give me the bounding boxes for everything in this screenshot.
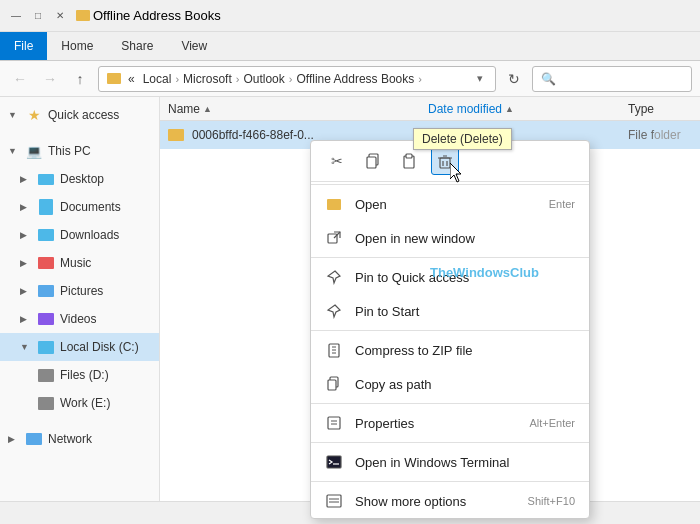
ctx-divider-2 (311, 257, 589, 258)
svg-rect-9 (328, 234, 337, 243)
tab-share[interactable]: Share (107, 32, 167, 60)
sidebar-item-desktop[interactable]: ▶ Desktop (0, 165, 159, 193)
expand-icon: ▶ (20, 230, 32, 240)
ctx-divider-4 (311, 403, 589, 404)
ctx-divider-5 (311, 442, 589, 443)
sidebar-item-music[interactable]: ▶ Music (0, 249, 159, 277)
pictures-icon (38, 283, 54, 299)
title-folder-icon (76, 10, 90, 21)
title-bar-title: Offline Address Books (93, 8, 221, 23)
terminal-icon (325, 453, 343, 471)
expand-icon: ▶ (20, 258, 32, 268)
ctx-copy-path-label: Copy as path (355, 377, 575, 392)
ctx-more-options-label: Show more options (355, 494, 516, 509)
title-bar-close-icon: ✕ (52, 8, 68, 24)
network-icon (26, 431, 42, 447)
open-icon (325, 195, 343, 213)
sidebar-item-videos[interactable]: ▶ Videos (0, 305, 159, 333)
ctx-item-open[interactable]: Open Enter (311, 187, 589, 221)
sidebar-item-pictures[interactable]: ▶ Pictures (0, 277, 159, 305)
ribbon-tabs: File Home Share View (0, 32, 700, 60)
path-dropdown[interactable]: ▾ (473, 72, 487, 85)
search-box[interactable]: 🔍 (532, 66, 692, 92)
network-label: Network (48, 432, 92, 446)
watermark: TheWindowsClub (430, 265, 539, 280)
ctx-open-new-window-label: Open in new window (355, 231, 575, 246)
col-name[interactable]: Name ▲ (168, 102, 428, 116)
sidebar-item-this-pc[interactable]: ▼ 💻 This PC (0, 137, 159, 165)
desktop-icon (38, 171, 54, 187)
pin-start-icon (325, 302, 343, 320)
this-pc-label: This PC (48, 144, 91, 158)
path-folder-icon (107, 73, 121, 84)
expand-icon: ▼ (8, 146, 20, 156)
pictures-label: Pictures (60, 284, 103, 298)
address-bar: ← → ↑ « Local › Microsoft › Outlook › Of… (0, 61, 700, 97)
ctx-open-label: Open (355, 197, 537, 212)
address-path[interactable]: « Local › Microsoft › Outlook › Offline … (98, 66, 496, 92)
col-date-modified[interactable]: Date modified ▲ (428, 102, 628, 116)
ctx-cut-button[interactable]: ✂ (323, 147, 351, 175)
expand-icon: ▶ (20, 202, 32, 212)
expand-icon: ▶ (20, 314, 32, 324)
ctx-delete-button[interactable] (431, 147, 459, 175)
ctx-item-pin-start[interactable]: Pin to Start (311, 294, 589, 328)
quick-access-label: Quick access (48, 108, 119, 122)
svg-rect-3 (406, 154, 412, 158)
sidebar-item-quick-access[interactable]: ▼ ★ Quick access (0, 101, 159, 129)
ctx-pin-start-label: Pin to Start (355, 304, 575, 319)
expand-icon: ▼ (20, 342, 32, 352)
sidebar: ▼ ★ Quick access ▼ 💻 This PC ▶ Desktop ▶… (0, 97, 160, 501)
work-e-label: Work (E:) (60, 396, 110, 410)
quick-access-section: ▼ ★ Quick access (0, 97, 159, 133)
ctx-copy-button[interactable] (359, 147, 387, 175)
tab-home[interactable]: Home (47, 32, 107, 60)
back-button[interactable]: ← (8, 67, 32, 91)
ctx-divider-6 (311, 481, 589, 482)
ctx-paste-button[interactable] (395, 147, 423, 175)
svg-rect-1 (367, 157, 376, 168)
ribbon: File Home Share View (0, 32, 700, 61)
sidebar-item-downloads[interactable]: ▶ Downloads (0, 221, 159, 249)
ctx-properties-shortcut: Alt+Enter (529, 417, 575, 429)
svg-rect-22 (327, 495, 341, 507)
this-pc-icon: 💻 (26, 143, 42, 159)
files-d-icon (38, 367, 54, 383)
path-segment-microsoft: Microsoft (183, 72, 232, 86)
up-button[interactable]: ↑ (68, 67, 92, 91)
ctx-divider-1 (311, 184, 589, 185)
path-segment-local: Local (143, 72, 172, 86)
col-type[interactable]: Type (628, 102, 692, 116)
ctx-terminal-label: Open in Windows Terminal (355, 455, 575, 470)
local-disk-label: Local Disk (C:) (60, 340, 139, 354)
forward-button[interactable]: → (38, 67, 62, 91)
sidebar-item-network[interactable]: ▶ Network (0, 425, 159, 453)
sidebar-item-local-disk[interactable]: ▼ Local Disk (C:) (0, 333, 159, 361)
videos-icon (38, 311, 54, 327)
ctx-item-copy-path[interactable]: Copy as path (311, 367, 589, 401)
ctx-divider-3 (311, 330, 589, 331)
sidebar-item-files-d[interactable]: Files (D:) (0, 361, 159, 389)
ctx-item-open-terminal[interactable]: Open in Windows Terminal (311, 445, 589, 479)
file-folder-icon (168, 129, 184, 141)
work-e-icon (38, 395, 54, 411)
ctx-properties-label: Properties (355, 416, 517, 431)
music-label: Music (60, 256, 91, 270)
sidebar-item-work-e[interactable]: Work (E:) (0, 389, 159, 417)
column-headers: Name ▲ Date modified ▲ Type (160, 97, 700, 121)
refresh-button[interactable]: ↻ (502, 67, 526, 91)
tab-view[interactable]: View (167, 32, 221, 60)
path-segment-oab: Offline Address Books (296, 72, 414, 86)
tab-file[interactable]: File (0, 32, 47, 60)
sort-icon: ▲ (505, 104, 514, 114)
ctx-item-compress[interactable]: Compress to ZIP file (311, 333, 589, 367)
sidebar-item-documents[interactable]: ▶ Documents (0, 193, 159, 221)
file-type: File folder (628, 128, 692, 142)
title-bar-maximize-icon: □ (30, 8, 46, 24)
ctx-item-more-options[interactable]: Show more options Shift+F10 (311, 484, 589, 518)
this-pc-section: ▼ 💻 This PC ▶ Desktop ▶ Documents ▶ Down… (0, 133, 159, 421)
ctx-compress-label: Compress to ZIP file (355, 343, 575, 358)
ctx-item-open-new-window[interactable]: Open in new window (311, 221, 589, 255)
ctx-item-properties[interactable]: Properties Alt+Enter (311, 406, 589, 440)
more-options-icon (325, 492, 343, 510)
